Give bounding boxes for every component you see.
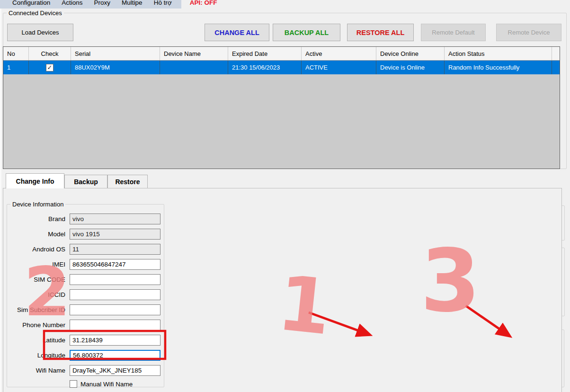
imei-field[interactable] [70,259,160,270]
field-row-android-os: Android OS [9,241,161,257]
tab-change-info[interactable]: Change Info [6,173,64,188]
col-header-device-name[interactable]: Device Name [160,47,228,60]
manual-wifi-checkbox[interactable] [70,380,77,388]
wifi-name-field[interactable] [70,365,160,376]
device-information-legend: Device Information [10,201,65,208]
field-row-imei: IMEI [9,257,161,272]
field-row-brand: Brand [9,211,161,226]
latitude-label: Latitude [9,337,70,344]
cell-action-status: Random Info Successfully [445,61,552,74]
cell-device-name [160,61,228,74]
sim-subcriber-id-label: Sim Subcriber ID [9,306,70,313]
manual-wifi-label: Manual Wifi Name [80,381,133,388]
iccid-field[interactable] [70,289,160,300]
backup-all-button[interactable]: BACKUP ALL [273,24,340,41]
cell-active: ACTIVE [302,61,376,74]
longitude-label: Longitude [9,352,70,359]
field-row-phone-number: Phone Number [9,317,161,332]
window-left-edge [0,0,1,392]
model-field [70,229,160,240]
menu-configuration[interactable]: Configuration [7,0,56,7]
cell-expired-date: 21:30 15/06/2023 [228,61,302,74]
change-all-button[interactable]: CHANGE ALL [205,24,269,41]
device-table-header: No Check Serial Device Name Expired Date… [3,47,560,61]
cell-no: 1 [3,61,29,74]
field-row-sim-subcriber-id: Sim Subcriber ID [9,302,161,317]
menu-bar: Configuration Actions Proxy Multipe Hỗ t… [0,0,570,9]
menu-actions[interactable]: Actions [56,0,88,7]
device-information-fields: Brand Model Android OS IMEI SIM CODE ICC… [9,211,161,390]
menu-proxy[interactable]: Proxy [89,0,116,7]
cell-filler [552,61,560,74]
col-header-no[interactable]: No [3,47,29,60]
col-header-serial[interactable]: Serial [71,47,160,60]
field-row-longitude: Longitude [9,347,161,363]
tab-backup[interactable]: Backup [64,175,107,188]
model-label: Model [9,231,70,238]
connected-devices-legend: Connected Devices [7,9,64,17]
menu-multipe[interactable]: Multipe [116,0,148,7]
col-header-check[interactable]: Check [29,47,71,60]
imei-label: IMEI [9,261,70,268]
field-row-sim-code: SIM CODE [9,272,161,287]
menu-api-status[interactable]: API: OFF [190,0,217,7]
android-os-label: Android OS [9,246,70,253]
field-row-wifi-name: Wifi Name [9,363,161,378]
wifi-name-label: Wifi Name [9,367,70,374]
android-os-field [70,244,160,255]
col-header-expired-date[interactable]: Expired Date [228,47,302,60]
brand-field [70,214,160,224]
phone-number-label: Phone Number [9,321,70,329]
cell-device-online: Device is Online [376,61,445,74]
iccid-label: ICCID [9,291,70,298]
field-row-manual-wifi: Manual Wifi Name [9,378,161,390]
cell-check: ✓ [29,61,71,74]
table-row[interactable]: 1 ✓ 88UX02Y9M 21:30 15/06/2023 ACTIVE De… [3,61,560,74]
row-checkbox[interactable]: ✓ [46,64,53,71]
col-header-active[interactable]: Active [302,47,376,60]
remote-device-button: Remote Device [496,24,561,41]
menu-strip: Configuration Actions Proxy Multipe Hỗ t… [0,0,181,9]
phone-number-field[interactable] [70,320,160,330]
sim-subcriber-id-field[interactable] [70,304,160,315]
sim-code-label: SIM CODE [9,276,70,283]
latitude-field[interactable] [70,335,160,346]
app-window: { "menu": { "items": ["Configuration", "… [0,0,570,392]
field-row-latitude: Latitude [9,332,161,347]
load-devices-button[interactable]: Load Devices [7,24,73,41]
brand-label: Brand [9,215,70,223]
field-row-model: Model [9,226,161,241]
tab-restore[interactable]: Restore [107,175,148,188]
remote-default-button: Remote Default [421,24,486,41]
longitude-field[interactable] [70,350,160,361]
col-header-action-status[interactable]: Action Status [445,47,552,60]
device-table: No Check Serial Device Name Expired Date… [3,46,560,169]
sim-code-field[interactable] [70,274,160,285]
cell-serial: 88UX02Y9M [71,61,160,74]
menu-ho-tro[interactable]: Hỗ trợ [148,0,178,7]
col-header-device-online[interactable]: Device Online [376,47,445,60]
restore-all-button[interactable]: RESTORE ALL [347,24,414,41]
field-row-iccid: ICCID [9,287,161,302]
col-header-filler [552,47,560,60]
